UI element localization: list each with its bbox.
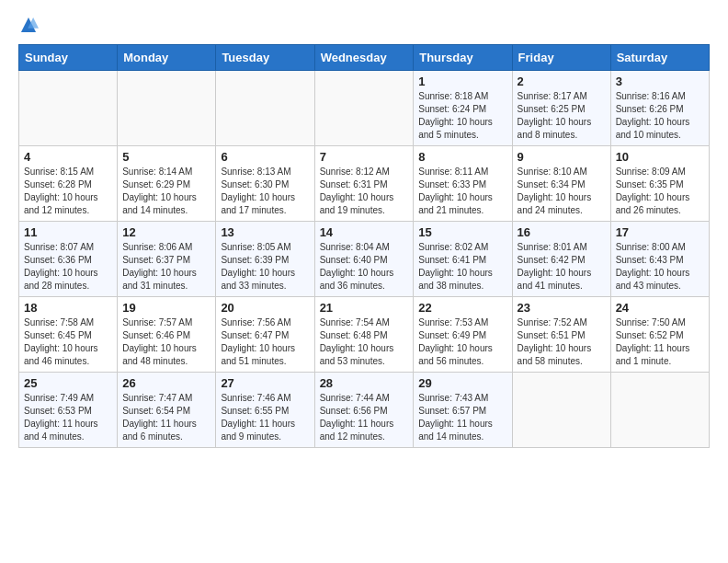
day-number: 5: [122, 150, 210, 164]
day-number: 27: [221, 376, 309, 390]
calendar-cell: 2Sunrise: 8:17 AM Sunset: 6:25 PM Daylig…: [512, 71, 610, 146]
cell-text: Sunrise: 7:47 AM Sunset: 6:54 PM Dayligh…: [122, 392, 210, 443]
cell-text: Sunrise: 7:57 AM Sunset: 6:46 PM Dayligh…: [122, 316, 210, 368]
day-number: 21: [320, 301, 409, 315]
day-header-friday: Friday: [512, 45, 610, 71]
header: [18, 15, 710, 35]
calendar-week-row: 4Sunrise: 8:15 AM Sunset: 6:28 PM Daylig…: [19, 146, 710, 222]
day-number: 19: [122, 301, 210, 315]
calendar-cell: 5Sunrise: 8:14 AM Sunset: 6:29 PM Daylig…: [118, 146, 216, 222]
calendar-cell: 20Sunrise: 7:56 AM Sunset: 6:47 PM Dayli…: [216, 297, 314, 373]
calendar-header-row: SundayMondayTuesdayWednesdayThursdayFrid…: [19, 45, 710, 71]
calendar-cell: 28Sunrise: 7:44 AM Sunset: 6:56 PM Dayli…: [314, 373, 414, 448]
cell-text: Sunrise: 8:18 AM Sunset: 6:24 PM Dayligh…: [418, 90, 506, 142]
day-number: 17: [616, 225, 704, 239]
day-number: 26: [122, 376, 210, 390]
calendar-cell: [314, 71, 414, 146]
calendar-cell: 22Sunrise: 7:53 AM Sunset: 6:49 PM Dayli…: [414, 297, 512, 373]
calendar-week-row: 1Sunrise: 8:18 AM Sunset: 6:24 PM Daylig…: [19, 71, 710, 146]
calendar-cell: 26Sunrise: 7:47 AM Sunset: 6:54 PM Dayli…: [118, 373, 216, 448]
cell-text: Sunrise: 8:11 AM Sunset: 6:33 PM Dayligh…: [418, 166, 506, 217]
calendar-cell: 16Sunrise: 8:01 AM Sunset: 6:42 PM Dayli…: [512, 222, 610, 297]
cell-text: Sunrise: 8:07 AM Sunset: 6:36 PM Dayligh…: [24, 241, 112, 293]
cell-text: Sunrise: 8:15 AM Sunset: 6:28 PM Dayligh…: [24, 166, 112, 217]
day-number: 15: [418, 225, 506, 239]
cell-text: Sunrise: 7:43 AM Sunset: 6:57 PM Dayligh…: [418, 392, 506, 443]
calendar-cell: 8Sunrise: 8:11 AM Sunset: 6:33 PM Daylig…: [414, 146, 512, 222]
day-number: 12: [122, 225, 210, 239]
day-header-sunday: Sunday: [19, 45, 118, 71]
calendar-cell: 1Sunrise: 8:18 AM Sunset: 6:24 PM Daylig…: [414, 71, 512, 146]
calendar-cell: 9Sunrise: 8:10 AM Sunset: 6:34 PM Daylig…: [512, 146, 610, 222]
calendar-cell: [610, 373, 709, 448]
calendar-cell: 18Sunrise: 7:58 AM Sunset: 6:45 PM Dayli…: [19, 297, 118, 373]
day-number: 4: [24, 150, 112, 164]
calendar-cell: [118, 71, 216, 146]
calendar-week-row: 18Sunrise: 7:58 AM Sunset: 6:45 PM Dayli…: [19, 297, 710, 373]
day-number: 28: [320, 376, 409, 390]
cell-text: Sunrise: 8:14 AM Sunset: 6:29 PM Dayligh…: [122, 166, 210, 217]
calendar-cell: 13Sunrise: 8:05 AM Sunset: 6:39 PM Dayli…: [216, 222, 314, 297]
cell-text: Sunrise: 8:02 AM Sunset: 6:41 PM Dayligh…: [418, 241, 506, 293]
logo-icon: [18, 15, 39, 35]
cell-text: Sunrise: 7:54 AM Sunset: 6:48 PM Dayligh…: [320, 316, 409, 368]
day-header-tuesday: Tuesday: [216, 45, 314, 71]
cell-text: Sunrise: 7:53 AM Sunset: 6:49 PM Dayligh…: [418, 316, 506, 368]
cell-text: Sunrise: 7:52 AM Sunset: 6:51 PM Dayligh…: [518, 316, 606, 368]
day-number: 29: [418, 376, 506, 390]
cell-text: Sunrise: 7:49 AM Sunset: 6:53 PM Dayligh…: [24, 392, 112, 443]
calendar-cell: 12Sunrise: 8:06 AM Sunset: 6:37 PM Dayli…: [118, 222, 216, 297]
cell-text: Sunrise: 7:58 AM Sunset: 6:45 PM Dayligh…: [24, 316, 112, 368]
day-number: 3: [616, 75, 704, 88]
calendar-cell: 23Sunrise: 7:52 AM Sunset: 6:51 PM Dayli…: [512, 297, 610, 373]
day-number: 2: [518, 75, 606, 88]
calendar-cell: 27Sunrise: 7:46 AM Sunset: 6:55 PM Dayli…: [216, 373, 314, 448]
day-number: 24: [616, 301, 704, 315]
calendar-cell: 10Sunrise: 8:09 AM Sunset: 6:35 PM Dayli…: [610, 146, 709, 222]
day-number: 20: [221, 301, 309, 315]
cell-text: Sunrise: 8:17 AM Sunset: 6:25 PM Dayligh…: [518, 90, 606, 142]
calendar-cell: 15Sunrise: 8:02 AM Sunset: 6:41 PM Dayli…: [414, 222, 512, 297]
cell-text: Sunrise: 8:10 AM Sunset: 6:34 PM Dayligh…: [518, 166, 606, 217]
cell-text: Sunrise: 8:04 AM Sunset: 6:40 PM Dayligh…: [320, 241, 409, 293]
day-number: 16: [518, 225, 606, 239]
day-number: 9: [518, 150, 606, 164]
calendar-cell: 17Sunrise: 8:00 AM Sunset: 6:43 PM Dayli…: [610, 222, 709, 297]
day-number: 18: [24, 301, 112, 315]
calendar-cell: 4Sunrise: 8:15 AM Sunset: 6:28 PM Daylig…: [19, 146, 118, 222]
cell-text: Sunrise: 8:05 AM Sunset: 6:39 PM Dayligh…: [221, 241, 309, 293]
calendar-cell: 11Sunrise: 8:07 AM Sunset: 6:36 PM Dayli…: [19, 222, 118, 297]
calendar-cell: 19Sunrise: 7:57 AM Sunset: 6:46 PM Dayli…: [118, 297, 216, 373]
day-number: 11: [24, 225, 112, 239]
day-number: 22: [418, 301, 506, 315]
cell-text: Sunrise: 7:50 AM Sunset: 6:52 PM Dayligh…: [616, 316, 704, 368]
cell-text: Sunrise: 8:12 AM Sunset: 6:31 PM Dayligh…: [320, 166, 409, 217]
day-number: 6: [221, 150, 309, 164]
day-number: 1: [418, 75, 506, 88]
calendar-cell: 21Sunrise: 7:54 AM Sunset: 6:48 PM Dayli…: [314, 297, 414, 373]
cell-text: Sunrise: 8:00 AM Sunset: 6:43 PM Dayligh…: [616, 241, 704, 293]
calendar-cell: 25Sunrise: 7:49 AM Sunset: 6:53 PM Dayli…: [19, 373, 118, 448]
calendar-cell: 3Sunrise: 8:16 AM Sunset: 6:26 PM Daylig…: [610, 71, 709, 146]
calendar-cell: [216, 71, 314, 146]
day-header-saturday: Saturday: [610, 45, 709, 71]
calendar-week-row: 11Sunrise: 8:07 AM Sunset: 6:36 PM Dayli…: [19, 222, 710, 297]
day-number: 8: [418, 150, 506, 164]
calendar-cell: 29Sunrise: 7:43 AM Sunset: 6:57 PM Dayli…: [414, 373, 512, 448]
cell-text: Sunrise: 7:46 AM Sunset: 6:55 PM Dayligh…: [221, 392, 309, 443]
calendar-cell: 24Sunrise: 7:50 AM Sunset: 6:52 PM Dayli…: [610, 297, 709, 373]
calendar-cell: 14Sunrise: 8:04 AM Sunset: 6:40 PM Dayli…: [314, 222, 414, 297]
day-number: 7: [320, 150, 409, 164]
day-number: 23: [518, 301, 606, 315]
cell-text: Sunrise: 7:56 AM Sunset: 6:47 PM Dayligh…: [221, 316, 309, 368]
day-header-monday: Monday: [118, 45, 216, 71]
day-number: 13: [221, 225, 309, 239]
calendar-cell: 6Sunrise: 8:13 AM Sunset: 6:30 PM Daylig…: [216, 146, 314, 222]
logo: [18, 15, 40, 35]
day-number: 25: [24, 376, 112, 390]
day-number: 14: [320, 225, 409, 239]
cell-text: Sunrise: 8:06 AM Sunset: 6:37 PM Dayligh…: [122, 241, 210, 293]
cell-text: Sunrise: 8:13 AM Sunset: 6:30 PM Dayligh…: [221, 166, 309, 217]
day-header-thursday: Thursday: [414, 45, 512, 71]
day-header-wednesday: Wednesday: [314, 45, 414, 71]
